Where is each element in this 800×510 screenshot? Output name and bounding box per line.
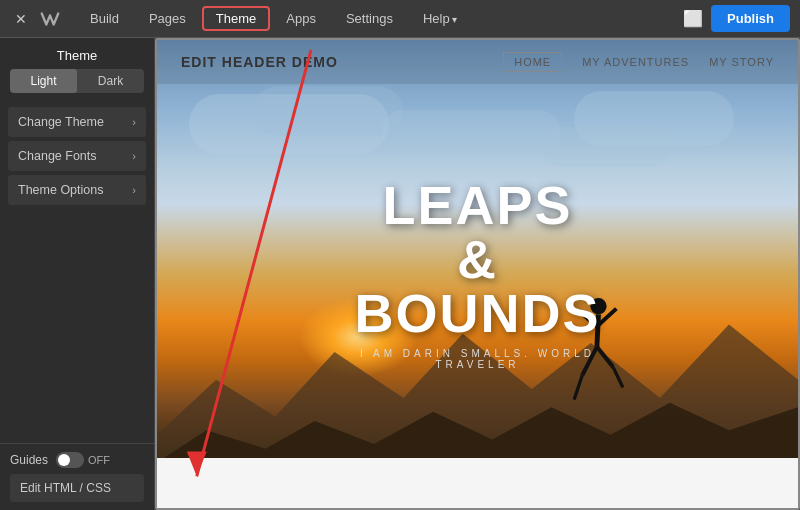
sidebar: Theme Light Dark Change Theme › Change F… bbox=[0, 38, 155, 510]
nav-items: Build Pages Theme Apps Settings Help bbox=[76, 6, 679, 31]
dark-mode-button[interactable]: Dark bbox=[77, 69, 144, 93]
toggle-switch-circle[interactable] bbox=[56, 452, 84, 468]
website-preview: EDIT HEADER DEMO HOME MY ADVENTURES MY S… bbox=[157, 40, 798, 508]
nav-item-settings[interactable]: Settings bbox=[332, 6, 407, 31]
chevron-right-icon: › bbox=[132, 184, 136, 196]
guides-toggle[interactable]: OFF bbox=[56, 452, 110, 468]
guides-row: Guides OFF bbox=[10, 452, 144, 468]
publish-button[interactable]: Publish bbox=[711, 5, 790, 32]
nav-item-build[interactable]: Build bbox=[76, 6, 133, 31]
nav-item-apps[interactable]: Apps bbox=[272, 6, 330, 31]
hero-text: LEAPS & BOUNDS I AM DARIN SMALLS. WORLD … bbox=[317, 178, 638, 370]
light-mode-button[interactable]: Light bbox=[10, 69, 77, 93]
edit-html-button[interactable]: Edit HTML / CSS bbox=[10, 474, 144, 502]
change-fonts-label: Change Fonts bbox=[18, 149, 97, 163]
top-navigation: ✕ Build Pages Theme Apps Settings Help ⬜… bbox=[0, 0, 800, 38]
sidebar-title: Theme bbox=[0, 38, 154, 69]
preview-navigation: HOME MY ADVENTURES MY STORY bbox=[503, 52, 774, 72]
change-fonts-item[interactable]: Change Fonts › bbox=[8, 141, 146, 171]
canvas-area: EDIT HEADER DEMO HOME MY ADVENTURES MY S… bbox=[155, 38, 800, 510]
preview-header: EDIT HEADER DEMO HOME MY ADVENTURES MY S… bbox=[157, 40, 798, 84]
toggle-dot bbox=[58, 454, 70, 466]
monitor-icon[interactable]: ⬜ bbox=[683, 9, 703, 28]
logo[interactable] bbox=[36, 5, 64, 33]
close-button[interactable]: ✕ bbox=[10, 8, 32, 30]
guides-label: Guides bbox=[10, 453, 48, 467]
hero-title-line2: BOUNDS bbox=[317, 286, 638, 340]
svg-line-8 bbox=[574, 375, 582, 399]
chevron-right-icon: › bbox=[132, 150, 136, 162]
nav-right: ⬜ Publish bbox=[683, 5, 790, 32]
hero-title-line1: LEAPS bbox=[317, 178, 638, 232]
bottom-white-strip bbox=[157, 458, 798, 508]
sidebar-menu: Change Theme › Change Fonts › Theme Opti… bbox=[0, 103, 154, 443]
change-theme-label: Change Theme bbox=[18, 115, 104, 129]
main-layout: Theme Light Dark Change Theme › Change F… bbox=[0, 38, 800, 510]
hero-ampersand: & bbox=[317, 232, 638, 286]
nav-item-theme[interactable]: Theme bbox=[202, 6, 270, 31]
preview-nav-adventures[interactable]: MY ADVENTURES bbox=[582, 56, 689, 68]
sidebar-bottom: Guides OFF Edit HTML / CSS bbox=[0, 443, 154, 510]
nav-item-pages[interactable]: Pages bbox=[135, 6, 200, 31]
preview-nav-story[interactable]: MY STORY bbox=[709, 56, 774, 68]
theme-options-label: Theme Options bbox=[18, 183, 103, 197]
nav-item-help[interactable]: Help bbox=[409, 6, 472, 31]
hero-subtitle: I AM DARIN SMALLS. WORLD TRAVELER bbox=[317, 348, 638, 370]
preview-nav-home[interactable]: HOME bbox=[503, 52, 562, 72]
theme-toggle: Light Dark bbox=[10, 69, 144, 93]
theme-options-item[interactable]: Theme Options › bbox=[8, 175, 146, 205]
change-theme-item[interactable]: Change Theme › bbox=[8, 107, 146, 137]
preview-site-title: EDIT HEADER DEMO bbox=[181, 54, 338, 70]
toggle-off-label: OFF bbox=[88, 454, 110, 466]
chevron-right-icon: › bbox=[132, 116, 136, 128]
